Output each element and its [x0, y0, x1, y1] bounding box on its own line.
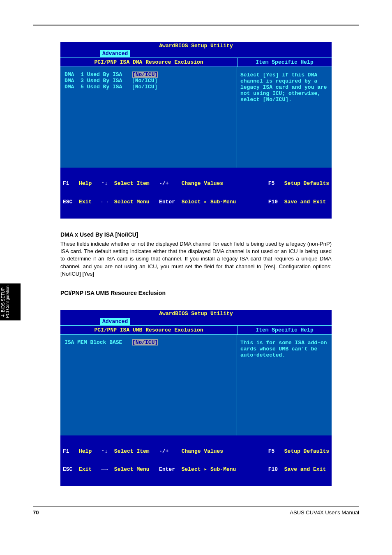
top-rule: [33, 25, 359, 25]
bios-menu-bar: Advanced: [60, 318, 332, 325]
panel-heading-left: PCI/PNP ISA DMA Resource Exclusion: [60, 58, 238, 67]
settings-panel: DMA 1 Used By ISA [No/ICU] DMA 3 Used By…: [60, 67, 237, 168]
bios-footer: F1 Help ↑↓ Select Item -/+ Change Values…: [60, 168, 332, 219]
setting-row: DMA 3 Used By ISA [No/ICU]: [65, 78, 233, 84]
setting-value: [No/ICU]: [132, 78, 157, 84]
help-panel: This is for some ISA add-on cards whose …: [237, 335, 332, 435]
side-tab: 4. BIOS SETUP PCI Configuration: [0, 283, 21, 320]
help-panel: Select [Yes] if this DMA channel is requ…: [237, 67, 332, 168]
panel-heading-right: Item Specific Help: [238, 325, 332, 335]
setting-heading: DMA x Used By ISA [No/ICU]: [60, 231, 332, 239]
bios-screenshot-umb: AwardBIOS Setup Utility Advanced PCI/PNP…: [60, 310, 332, 486]
help-text: Select [Yes] if this DMA channel is requ…: [240, 72, 328, 103]
setting-label: DMA 5 Used By ISA: [65, 84, 122, 90]
bios-screenshot-dma: AwardBIOS Setup Utility Advanced PCI/PNP…: [60, 42, 332, 219]
setting-label: DMA 3 Used By ISA: [65, 78, 122, 84]
setting-row: ISA MEM Block BASE [No/ICU]: [65, 340, 233, 346]
bios-title: AwardBIOS Setup Utility: [60, 42, 332, 50]
settings-panel: ISA MEM Block BASE [No/ICU]: [60, 335, 237, 435]
panel-heading-right: Item Specific Help: [238, 58, 332, 67]
setting-value: [No/ICU]: [132, 84, 157, 90]
setting-row: DMA 1 Used By ISA [No/ICU]: [65, 72, 233, 78]
tab-advanced: Advanced: [100, 318, 130, 325]
page-number: 70: [33, 509, 39, 516]
setting-row: DMA 5 Used By ISA [No/ICU]: [65, 84, 233, 90]
setting-label: ISA MEM Block BASE: [65, 339, 122, 345]
setting-value: [No/ICU]: [132, 339, 158, 345]
setting-description: These fields indicate whether or not the…: [60, 240, 332, 278]
panel-heading-left: PCI/PNP ISA UMB Resource Exclusion: [60, 325, 238, 335]
setting-label: DMA 1 Used By ISA: [65, 71, 122, 78]
bios-footer: F1 Help ↑↓ Select Item -/+ Change Values…: [60, 435, 332, 486]
body-text-block: DMA x Used By ISA [No/ICU] These fields …: [60, 231, 332, 297]
bios-menu-bar: Advanced: [60, 50, 332, 58]
page-footer: 70 ASUS CUV4X User's Manual: [33, 507, 359, 516]
manual-title: ASUS CUV4X User's Manual: [290, 509, 359, 516]
setting-value: [No/ICU]: [132, 71, 158, 78]
help-text: This is for some ISA add-on cards whose …: [240, 340, 328, 358]
tab-advanced: Advanced: [100, 50, 130, 57]
bios-title: AwardBIOS Setup Utility: [60, 310, 332, 318]
section-heading: PCI/PNP ISA UMB Resource Exclusion: [60, 289, 332, 297]
